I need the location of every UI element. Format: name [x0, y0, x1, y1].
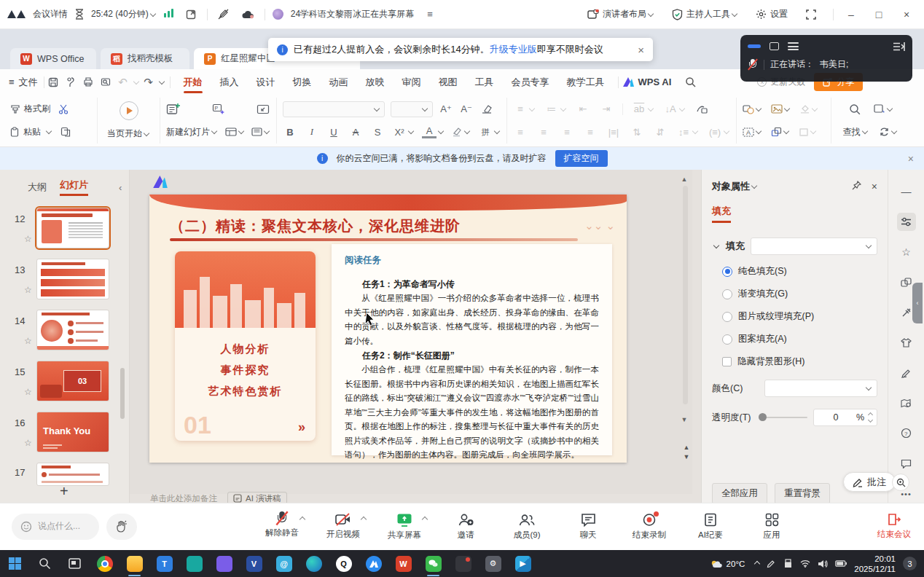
- taskbar-app-wechat[interactable]: [418, 550, 448, 577]
- window-minimize-button[interactable]: –: [841, 9, 861, 20]
- highlight-dropdown[interactable]: [452, 127, 471, 137]
- radio-gradient-fill[interactable]: 渐变填充(G): [722, 288, 877, 300]
- navigation-icon[interactable]: [897, 394, 916, 412]
- color-combo[interactable]: [764, 380, 877, 397]
- search-icon[interactable]: [681, 74, 699, 90]
- scroll-up-icon[interactable]: ▲: [680, 176, 689, 183]
- stop-record-button[interactable]: 结束录制: [628, 513, 670, 541]
- stepper-icons[interactable]: [869, 413, 872, 422]
- bold-icon[interactable]: B: [283, 125, 297, 139]
- smart-layout-dropdown[interactable]: (≡): [708, 125, 730, 139]
- slide-thumbnail-15[interactable]: 03: [36, 361, 109, 401]
- prev-next-slide-buttons[interactable]: ▲▼: [682, 443, 691, 462]
- share-options-caret[interactable]: [422, 516, 428, 522]
- upgrade-pro-link[interactable]: 升级专业版: [490, 44, 537, 55]
- close-panel-icon[interactable]: ×: [872, 181, 877, 192]
- slide-thumbnail-16[interactable]: Thank You: [36, 412, 109, 452]
- shadow-icon[interactable]: S: [370, 125, 385, 139]
- menu-tab-transition[interactable]: 切换: [284, 69, 321, 95]
- play-from-current-button[interactable]: 当页开始: [107, 127, 150, 140]
- taskbar-app-meeting[interactable]: [359, 550, 388, 577]
- minimize-bar-icon[interactable]: [748, 44, 761, 48]
- opacity-slider[interactable]: [759, 417, 807, 418]
- raise-hand-button[interactable]: [106, 514, 137, 540]
- superscript-dropdown[interactable]: X²: [392, 125, 415, 139]
- cut-icon[interactable]: [56, 102, 71, 117]
- format-painter-button[interactable]: 格式刷: [10, 103, 50, 115]
- canvas-scrollbar[interactable]: ▲ ▼: [683, 176, 689, 438]
- copy-icon[interactable]: [58, 125, 73, 139]
- font-size-combo[interactable]: [391, 101, 433, 117]
- invite-button[interactable]: 邀请: [445, 513, 487, 541]
- window-close-button[interactable]: ×: [896, 9, 917, 20]
- meeting-timer[interactable]: 25:42 (40分钟): [91, 8, 157, 20]
- ai-minutes-button[interactable]: AI纪要: [689, 513, 732, 541]
- layout-button[interactable]: 演讲者布局: [587, 8, 654, 20]
- menu-lines-icon[interactable]: [788, 41, 799, 52]
- chat-button[interactable]: 聊天: [567, 513, 609, 541]
- effects-star-icon[interactable]: ☆: [897, 243, 916, 261]
- taskbar-search-button[interactable]: [30, 550, 60, 577]
- star-icon[interactable]: ☆: [24, 285, 32, 295]
- numbered-list-dropdown[interactable]: ≔: [544, 102, 567, 117]
- tray-expand-icon[interactable]: [754, 560, 760, 566]
- panel-scrollbar[interactable]: [120, 368, 125, 419]
- taskbar-app-recorder[interactable]: [448, 550, 478, 577]
- menu-tab-teaching[interactable]: 教学工具: [558, 69, 614, 95]
- menu-tab-animation[interactable]: 动画: [321, 69, 357, 95]
- reset-background-button[interactable]: 重置背景: [775, 483, 830, 504]
- slide-title[interactable]: （二）精读：聚焦文本核心，深化思维进阶: [170, 216, 461, 236]
- taskbar-app-media[interactable]: ▶: [508, 550, 538, 577]
- star-icon[interactable]: ☆: [24, 387, 32, 397]
- text-direction-dropdown[interactable]: ab: [632, 102, 654, 117]
- cloud-banner-close-icon[interactable]: ×: [908, 153, 914, 165]
- slide-thumbnail-12[interactable]: [36, 208, 109, 248]
- pen-tray-icon[interactable]: [767, 559, 776, 568]
- wps-ai-floater-icon[interactable]: [153, 176, 168, 188]
- menu-tab-home[interactable]: 开始: [175, 69, 211, 95]
- material-icon[interactable]: [897, 334, 916, 351]
- slider-knob[interactable]: [759, 413, 767, 421]
- find-magnifier-icon[interactable]: [847, 102, 862, 117]
- opacity-input[interactable]: 0 %: [813, 409, 877, 426]
- panel-handle[interactable]: ‹: [912, 283, 923, 323]
- taskbar-app-chrome[interactable]: [90, 550, 120, 577]
- quick-chat-input[interactable]: 说点什么...: [12, 514, 99, 540]
- font-family-combo[interactable]: [283, 101, 385, 117]
- clear-format-icon[interactable]: [479, 102, 494, 117]
- taskbar-app-edge[interactable]: [299, 550, 329, 577]
- window-mode-icon[interactable]: [770, 42, 779, 50]
- object-properties-icon[interactable]: [897, 213, 916, 230]
- meeting-detail-button[interactable]: 会议详情: [33, 8, 68, 20]
- help-icon[interactable]: ?: [897, 425, 916, 442]
- spacing-dropdown[interactable]: ↕≡: [676, 125, 699, 139]
- slide-template-dropdown[interactable]: [251, 127, 270, 136]
- collapse-strip-icon[interactable]: —: [897, 183, 916, 200]
- new-slide-icon[interactable]: [166, 102, 181, 117]
- slide-layout-dropdown[interactable]: [225, 127, 245, 136]
- network-tray-icon[interactable]: [800, 560, 810, 568]
- slide-import-icon[interactable]: [256, 102, 270, 117]
- radio-picture-fill[interactable]: 图片或纹理填充(P): [722, 310, 877, 323]
- mic-options-caret[interactable]: [299, 516, 305, 522]
- new-slide-button[interactable]: 新建幻灯片: [166, 126, 218, 138]
- comment-icon[interactable]: [897, 455, 916, 472]
- start-button[interactable]: [0, 550, 30, 577]
- taskbar-app-teal[interactable]: [179, 550, 209, 577]
- tab-slides[interactable]: 幻灯片: [60, 178, 88, 196]
- taskbar-app-mail[interactable]: @: [269, 550, 299, 577]
- print-preview-icon[interactable]: [97, 74, 114, 90]
- menu-tab-tools[interactable]: 工具: [466, 69, 503, 95]
- hide-background-checkbox[interactable]: 隐藏背景图形(H): [722, 356, 877, 368]
- file-menu[interactable]: ≡文件: [9, 76, 44, 89]
- pin-icon[interactable]: [852, 181, 861, 192]
- increase-font-icon[interactable]: A⁺: [439, 102, 453, 117]
- usb-tray-icon[interactable]: [783, 559, 793, 568]
- sidebar-toggle-icon[interactable]: [893, 42, 905, 52]
- play-from-current-icon[interactable]: [120, 101, 138, 120]
- tab-docer-templates[interactable]: 稻 找稻壳模板: [101, 48, 189, 69]
- taskbar-app-word[interactable]: W: [388, 550, 418, 577]
- italic-icon[interactable]: I: [305, 125, 319, 139]
- taskbar-app-purple[interactable]: [209, 550, 239, 577]
- taskbar-app-settings[interactable]: ⚙: [478, 550, 508, 577]
